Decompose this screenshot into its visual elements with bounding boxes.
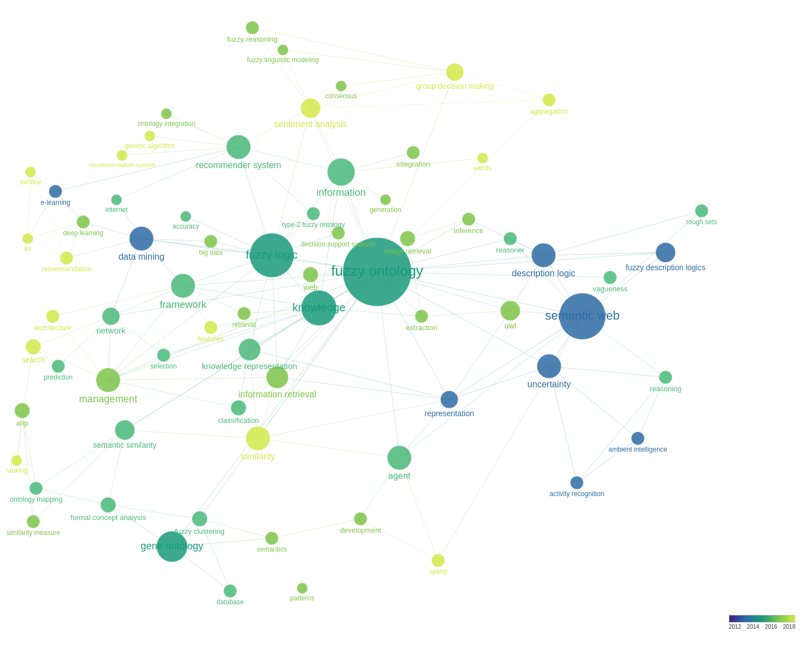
color-legend: 2012 2014 2016 2018 <box>729 615 795 630</box>
legend-gradient <box>729 615 795 623</box>
legend-mid2-year: 2016 <box>765 624 777 630</box>
legend-min-year: 2012 <box>729 624 741 630</box>
legend-mid-year: 2014 <box>747 624 759 630</box>
legend-max-year: 2018 <box>783 624 795 630</box>
network-visualization <box>0 0 812 652</box>
